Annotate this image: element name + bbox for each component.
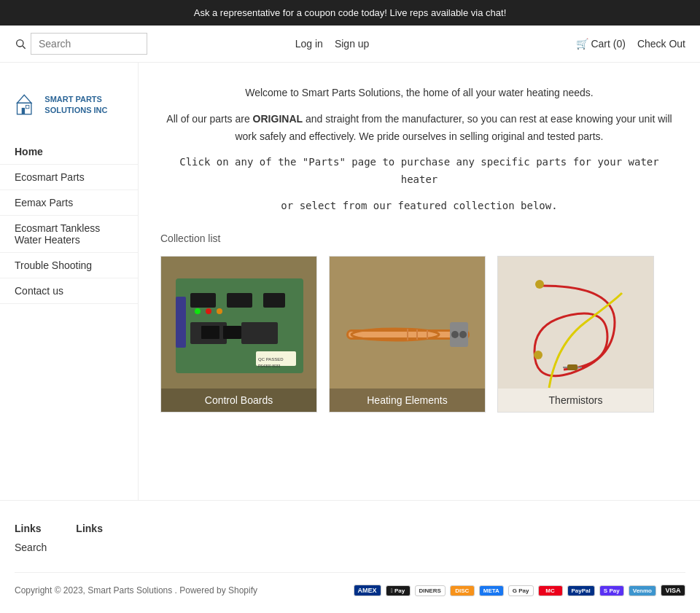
welcome-section: Welcome to Smart Parts Solutions, the ho… [160,85,678,215]
sidebar-link-ecosmart-tankless[interactable]: Ecosmart Tankless Water Heaters [0,216,138,253]
welcome-line1: Welcome to Smart Parts Solutions, the ho… [160,85,678,102]
svg-point-17 [217,308,222,314]
svg-point-33 [535,280,544,289]
collection-card-control-boards[interactable]: QC PASSED PS4300 8033 Control Boards [160,256,317,413]
sidebar-link-contact-us[interactable]: Contact us [0,278,138,304]
footer-bottom: Copyright © 2023, Smart Parts Solutions … [15,572,685,596]
footer-links-row: Links Search Links [15,523,685,558]
payment-gpay: G Pay [508,585,534,596]
payment-discover: DISC [450,585,475,596]
svg-point-27 [459,331,467,338]
payment-venmo: Venmo [629,585,656,596]
payment-diners: DINERS [415,585,446,596]
payment-applepay:  Pay [386,585,411,596]
main-content: Welcome to Smart Parts Solutions, the ho… [139,63,700,500]
svg-rect-18 [176,297,186,348]
sidebar-item-trouble-shooting[interactable]: Trouble Shooting [0,253,138,278]
sidebar-navigation: Home Ecosmart Parts Eemax Parts Ecosmart… [0,139,138,304]
site-footer: Links Search Links Copyright © 2023, Sma… [0,500,700,611]
original-label: ORIGINAL [253,113,303,125]
collection-grid: QC PASSED PS4300 8033 Control Boards [160,256,678,413]
logo-text: SMART PARTS SOLUTIONS INC [44,94,123,115]
header-right: 🛒 Cart (0) Check Out [576,38,685,50]
payment-mastercard: MC [538,585,563,596]
cart-icon: 🛒 [576,38,588,50]
site-header: Log in Sign up 🛒 Cart (0) Check Out [0,26,700,63]
sidebar-link-ecosmart-parts[interactable]: Ecosmart Parts [0,165,138,190]
cart-link[interactable]: 🛒 Cart (0) [576,38,626,50]
logo-icon [15,85,40,125]
logo-area: SMART PARTS SOLUTIONS INC [0,77,138,139]
sidebar-link-eemax-parts[interactable]: Eemax Parts [0,190,138,216]
sidebar-item-home[interactable]: Home [0,139,138,165]
footer-col-1: Links Search [15,523,47,558]
sidebar: SMART PARTS SOLUTIONS INC Home Ecosmart … [0,63,139,500]
sidebar-item-ecosmart-parts[interactable]: Ecosmart Parts [0,165,138,190]
svg-point-15 [195,308,201,314]
footer-col1-title: Links [15,523,47,534]
parts-paragraph: All of our parts are ORIGINAL and straig… [160,111,678,146]
search-input[interactable] [31,33,147,55]
svg-rect-35 [567,364,578,370]
payment-paypal: PayPal [567,585,595,596]
card-label-control-boards: Control Boards [161,389,316,412]
header-nav: Log in Sign up [295,38,569,50]
copyright-text: Copyright © 2023, Smart Parts Solutions … [15,585,257,596]
payment-visa: VISA [661,585,685,596]
sidebar-link-trouble-shooting[interactable]: Trouble Shooting [0,253,138,278]
svg-rect-4 [22,108,25,114]
logo[interactable]: SMART PARTS SOLUTIONS INC [15,85,123,125]
click-paragraph: Click on any of the "Parts" page to purc… [160,154,678,189]
payment-amex: AMEX [354,585,381,596]
svg-marker-3 [18,95,31,103]
svg-rect-9 [227,293,252,308]
search-icon [15,38,26,50]
collection-card-thermistors[interactable]: Thermistors [497,256,654,413]
main-layout: SMART PARTS SOLUTIONS INC Home Ecosmart … [0,63,700,500]
payment-meta: META [479,585,504,596]
svg-rect-13 [201,326,219,339]
card-label-thermistors: Thermistors [498,389,653,412]
payment-icons: AMEX  Pay DINERS DISC META G Pay MC Pay… [354,585,686,596]
payment-shoppay: S Pay [599,585,624,596]
sidebar-item-contact-us[interactable]: Contact us [0,278,138,304]
cart-label: Cart (0) [591,38,625,50]
svg-rect-14 [223,326,241,339]
checkout-link[interactable]: Check Out [637,38,685,50]
svg-rect-8 [190,293,216,308]
svg-point-26 [451,331,459,338]
svg-rect-5 [26,105,28,108]
svg-point-16 [206,308,211,314]
signup-link[interactable]: Sign up [335,38,369,50]
collection-card-heating-elements[interactable]: Heating Elements [329,256,486,413]
svg-line-1 [23,46,26,49]
footer-col-2: Links [76,523,103,558]
sidebar-item-eemax-parts[interactable]: Eemax Parts [0,190,138,216]
svg-point-0 [17,40,23,47]
banner-text: Ask a representative for a coupon code t… [194,7,507,18]
logo-brand: SMART PARTS SOLUTIONS INC [44,94,123,115]
collection-list-title: Collection list [160,233,678,244]
select-paragraph: or select from our featured collection b… [160,198,678,215]
svg-point-34 [534,351,542,359]
sidebar-item-ecosmart-tankless[interactable]: Ecosmart Tankless Water Heaters [0,216,138,253]
footer-search-link[interactable]: Search [15,542,47,553]
svg-rect-10 [263,293,285,308]
svg-text:PS4300 8033: PS4300 8033 [258,364,281,368]
svg-rect-12 [241,322,278,344]
top-banner: Ask a representative for a coupon code t… [0,0,700,26]
footer-col2-title: Links [76,523,103,534]
card-label-heating-elements: Heating Elements [330,389,485,412]
svg-text:QC PASSED: QC PASSED [258,357,284,362]
login-link[interactable]: Log in [295,38,323,50]
search-area [15,33,288,55]
sidebar-link-home[interactable]: Home [0,139,138,165]
